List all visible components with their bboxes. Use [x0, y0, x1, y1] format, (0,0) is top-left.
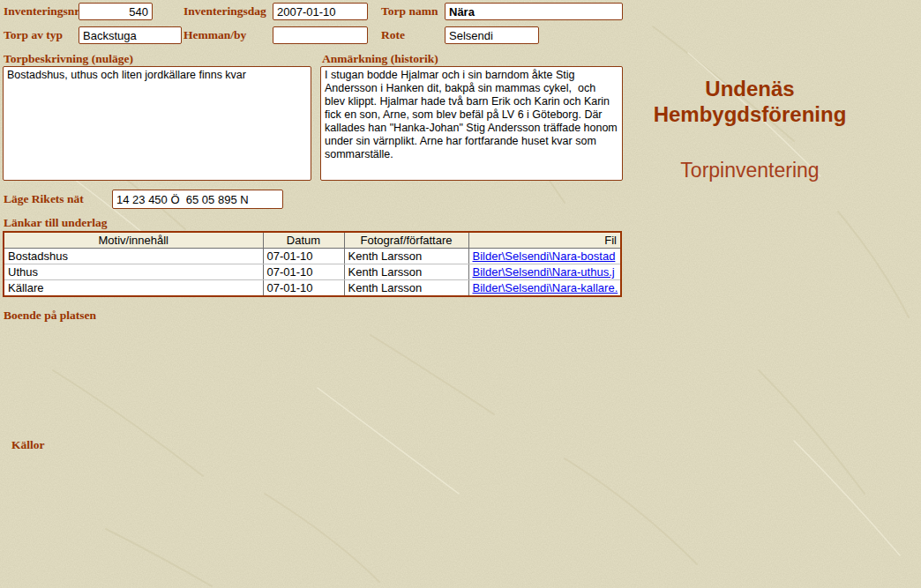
torpbeskrivning-label: Torpbeskrivning (nuläge): [4, 52, 133, 66]
links-heading: Länkar till underlag: [4, 216, 108, 230]
table-row: Uthus 07-01-10 Kenth Larsson Bilder\Sels…: [4, 264, 621, 280]
torpinventering-form: Inventeringsnr Inventeringsdag Torp namn…: [0, 0, 921, 588]
table-row: Bostadshus 07-01-10 Kenth Larsson Bilder…: [4, 249, 621, 264]
cell-fil: Bilder\Selsendi\Nara-kallare.: [468, 280, 621, 297]
col-header-fotograf: Fotograf/författare: [344, 232, 468, 249]
file-link[interactable]: Bilder\Selsendi\Nara-uthus.j: [473, 265, 615, 279]
hemmanby-label: Hemman/by: [183, 28, 246, 42]
cell-fil: Bilder\Selsendi\Nara-uthus.j: [468, 264, 621, 280]
cell-fotograf: Kenth Larsson: [344, 280, 468, 297]
rote-label: Rote: [381, 28, 405, 42]
torpnamn-input[interactable]: [445, 3, 623, 20]
lage-input[interactable]: [112, 190, 283, 209]
cell-datum: 07-01-10: [263, 264, 344, 280]
cell-fotograf: Kenth Larsson: [344, 264, 468, 280]
cell-fotograf: Kenth Larsson: [344, 249, 468, 264]
lage-label: Läge Rikets nät: [4, 192, 84, 206]
inventeringsdag-input[interactable]: [273, 3, 368, 20]
cell-fil: Bilder\Selsendi\Nara-bostad: [468, 249, 621, 264]
links-table: Motiv/innehåll Datum Fotograf/författare…: [3, 231, 622, 297]
col-header-motiv: Motiv/innehåll: [4, 232, 263, 249]
torpavtyp-input[interactable]: [79, 26, 182, 44]
inventeringsdag-label: Inventeringsdag: [183, 4, 266, 19]
boende-heading: Boende på platsen: [4, 309, 96, 323]
col-header-datum: Datum: [263, 232, 344, 249]
anmarkning-textarea[interactable]: I stugan bodde Hjalmar och i sin barndom…: [320, 66, 623, 181]
cell-motiv: Uthus: [4, 264, 263, 280]
cell-datum: 07-01-10: [263, 280, 344, 297]
table-row: Källare 07-01-10 Kenth Larsson Bilder\Se…: [4, 280, 621, 297]
cell-motiv: Bostadshus: [4, 249, 263, 264]
cell-datum: 07-01-10: [263, 249, 344, 264]
kallor-heading: Källor: [11, 438, 45, 452]
torpnamn-label: Torp namn: [381, 4, 438, 19]
torpbeskrivning-textarea[interactable]: Bostadshus, uthus och liten jordkällare …: [3, 66, 311, 181]
org-title: Undenäs Hembygdsförening: [613, 76, 887, 127]
page-subtitle: Torpinventering: [613, 159, 887, 182]
torpavtyp-label: Torp av typ: [4, 28, 63, 42]
file-link[interactable]: Bilder\Selsendi\Nara-bostad: [473, 249, 616, 263]
file-link[interactable]: Bilder\Selsendi\Nara-kallare.: [473, 281, 618, 294]
hemmanby-input[interactable]: [273, 26, 368, 44]
rote-input[interactable]: [445, 26, 539, 44]
inventeringsnr-label: Inventeringsnr: [4, 4, 79, 19]
anmarkning-label: Anmärkning (historik): [322, 52, 438, 66]
cell-motiv: Källare: [4, 280, 263, 297]
col-header-fil: Fil: [468, 232, 621, 249]
inventeringsnr-input[interactable]: [79, 3, 153, 20]
links-table-header-row: Motiv/innehåll Datum Fotograf/författare…: [4, 232, 621, 249]
